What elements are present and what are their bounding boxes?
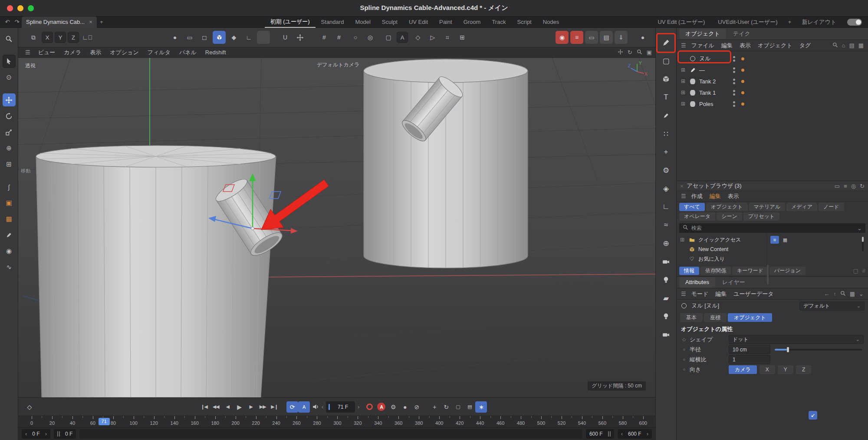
expander-icon[interactable]: ⊞ xyxy=(680,78,686,84)
asset-search-input[interactable]: 検索 ⌄ xyxy=(679,223,865,233)
redshift-camera-icon[interactable] xyxy=(659,328,673,341)
current-frame-marker[interactable]: 71 xyxy=(99,418,110,425)
shape-dropdown[interactable]: ドット ⌄ xyxy=(729,335,864,344)
orient-y-button[interactable]: Y xyxy=(778,365,793,374)
interactive-render-icon[interactable]: ▭ xyxy=(585,31,598,44)
redshift-status-icon[interactable]: ● xyxy=(636,31,649,44)
tree-label[interactable]: New Content xyxy=(698,246,728,252)
asset-tree-new-content[interactable]: New Content xyxy=(677,245,766,254)
play-mode-icon[interactable]: A xyxy=(298,401,310,413)
close-window-button[interactable] xyxy=(7,5,13,11)
quantize-grid-icon[interactable]: # xyxy=(318,31,331,44)
radius-slider[interactable] xyxy=(775,349,862,351)
frame-increment-icon[interactable]: › xyxy=(358,404,359,410)
menu-display[interactable]: 表示 xyxy=(85,49,105,56)
at-back-icon[interactable]: ← xyxy=(824,291,829,297)
motext-icon[interactable]: T xyxy=(659,90,673,104)
ab-menu-view[interactable]: 表示 xyxy=(728,192,739,200)
sound-toggle-icon[interactable] xyxy=(310,401,322,413)
layer-dot[interactable] xyxy=(741,57,744,60)
primitive-cube-icon[interactable] xyxy=(659,72,673,86)
asset-tree-quick-access[interactable]: ⊞ クイックアクセス xyxy=(677,235,766,245)
layout-corner-icon[interactable]: ↙ xyxy=(809,411,817,420)
layout-tab-script[interactable]: Script xyxy=(511,17,537,27)
new-layout-button[interactable]: 新レイアウト xyxy=(796,17,842,27)
attr-circle-icon[interactable]: ○ xyxy=(681,347,687,352)
object-label[interactable]: Poles xyxy=(699,101,728,107)
render-queue-icon[interactable]: ▤ xyxy=(600,31,613,44)
attr-circle-icon[interactable]: ○ xyxy=(681,367,687,372)
layout-tab-uvedituser-user[interactable]: UVEdit-User (ユーザー) xyxy=(712,17,783,27)
view-type-label[interactable]: 透視 xyxy=(25,62,36,69)
range-start-dec-icon[interactable]: ‹ xyxy=(25,430,27,437)
previous-frame-button[interactable]: ◀ xyxy=(222,401,233,413)
zoom-tool[interactable] xyxy=(3,32,16,45)
radius-input[interactable]: 10 cm xyxy=(729,345,770,354)
maximize-view-icon[interactable]: ▣ xyxy=(647,49,652,56)
layout-tab-startup[interactable]: 初期 (ユーザー) xyxy=(265,17,316,28)
attr-diamond-icon[interactable]: ◇ xyxy=(681,337,687,342)
pin-tool[interactable]: ◉ xyxy=(3,245,16,258)
play-button[interactable]: ▶ xyxy=(233,401,245,413)
layout-tab-model[interactable]: Model xyxy=(349,17,376,27)
spline-smooth-tool[interactable]: ∿ xyxy=(3,261,16,274)
plain-mode-icon[interactable] xyxy=(257,31,270,44)
range-start-value[interactable]: 0 F xyxy=(32,431,39,437)
menu-redshift[interactable]: Redshift xyxy=(201,49,230,56)
orbit-view-icon[interactable]: ↻ xyxy=(628,49,632,56)
tab-attributes[interactable]: Attributes xyxy=(679,277,715,288)
next-frame-button[interactable]: ▶ xyxy=(245,401,257,413)
at-chevron-icon[interactable]: ⌄ xyxy=(859,291,864,297)
asset-tree-favorites[interactable]: ♡ お気に入り xyxy=(677,254,766,264)
range-start-marker[interactable]: 0 F xyxy=(54,429,76,439)
make-editable-icon[interactable]: ● xyxy=(168,31,181,44)
layout-tab-uvedit[interactable]: UV Edit xyxy=(403,17,434,27)
sculpt-pen-icon[interactable] xyxy=(659,109,673,122)
axis-x-button[interactable]: X xyxy=(42,32,53,43)
workplane-mode-icon[interactable]: ∟ xyxy=(242,31,255,44)
key-pos-toggle-icon[interactable]: + xyxy=(428,401,440,413)
viewport-solo-icon[interactable]: ⧉ xyxy=(27,31,40,44)
layout-toggle-switch[interactable] xyxy=(847,19,862,26)
ab-tab-all[interactable]: すべて xyxy=(679,203,705,211)
orient-z-button[interactable]: Z xyxy=(796,365,811,374)
asset-tree-scrollbar[interactable] xyxy=(767,265,769,285)
at-menu-edit[interactable]: 編集 xyxy=(715,290,727,298)
tree-label[interactable]: お気に入り xyxy=(698,255,725,263)
preset-dropdown[interactable]: デフォルト ⌄ xyxy=(799,301,865,311)
add-layout-button[interactable]: + xyxy=(785,19,794,25)
layout-tab-uvedit-user[interactable]: UV Edit (ユーザー) xyxy=(652,17,710,27)
viewport[interactable]: 透視 デフォルトカメラ 移動 Y X Z グリッド間隔 : 50 cm xyxy=(18,58,655,397)
orient-x-button[interactable]: X xyxy=(760,365,775,374)
at-up-icon[interactable]: ↑ xyxy=(833,291,836,297)
timeline-ruler[interactable]: 0204060801001201401601802002202402602803… xyxy=(18,416,655,427)
add-document-tab-button[interactable]: + xyxy=(97,19,106,25)
texture-mode-icon[interactable]: ◻ xyxy=(198,31,211,44)
render-save-icon[interactable]: ⇓ xyxy=(615,31,628,44)
visibility-dots[interactable] xyxy=(733,79,735,84)
snap-key-icon[interactable]: ∗ xyxy=(475,401,487,413)
zoom-view-icon[interactable] xyxy=(637,49,642,56)
minimize-window-button[interactable] xyxy=(17,5,23,11)
frame-decrement-icon[interactable]: ‹ xyxy=(322,404,323,410)
range-start-inc-icon[interactable]: › xyxy=(45,430,47,437)
menu-view[interactable]: ビュー xyxy=(34,49,60,56)
range-end-value[interactable]: 600 F xyxy=(628,431,641,437)
ab-tab-scenes[interactable]: シーン xyxy=(717,212,742,221)
ab-footer-info[interactable]: 情報 xyxy=(679,267,699,275)
deformer-icon[interactable]: ≈ xyxy=(659,218,673,232)
grid-view-icon[interactable]: ▦ xyxy=(781,236,789,244)
ab-footer-dependencies[interactable]: 依存関係 xyxy=(700,267,731,275)
tree-label[interactable]: クイックアクセス xyxy=(698,236,741,244)
key-scale-toggle-icon[interactable]: ▢ xyxy=(452,401,464,413)
live-selection-tool[interactable]: ⊙ xyxy=(3,71,16,84)
ab-doc-icon[interactable]: ▢ xyxy=(853,268,858,274)
key-disabled-icon[interactable]: ⊘ xyxy=(411,401,422,413)
layout-tab-paint[interactable]: Paint xyxy=(434,17,458,27)
at-menu-userdata[interactable]: ユーザーデータ xyxy=(733,290,773,298)
menu-options[interactable]: オプション xyxy=(105,49,143,56)
om-menu-edit[interactable]: 編集 xyxy=(721,42,733,50)
close-tab-icon[interactable]: × xyxy=(89,19,92,25)
tab-objects[interactable]: オブジェクト xyxy=(679,29,726,39)
render-view-icon[interactable]: ◉ xyxy=(556,31,569,44)
